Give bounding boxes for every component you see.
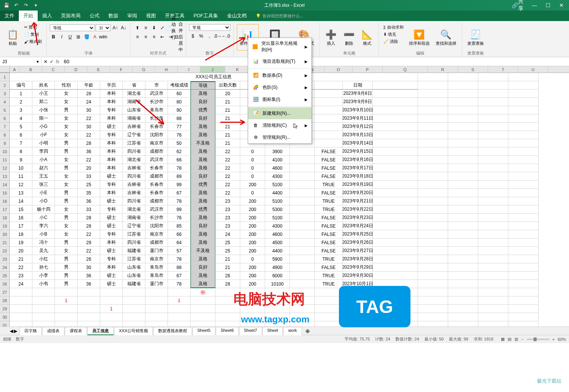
cell[interactable]: 及格	[191, 131, 215, 139]
cell[interactable]: 良好	[191, 98, 215, 106]
cell[interactable]: FALSE	[315, 164, 343, 172]
cell[interactable]: 男	[55, 106, 78, 114]
menu-highlight-rules[interactable]: 🟧突出显示单元格规则(H)▶	[248, 38, 311, 55]
cell[interactable]: 青岛市	[145, 272, 168, 280]
cell[interactable]: 22	[78, 114, 100, 123]
cell[interactable]	[478, 81, 508, 90]
cell[interactable]	[373, 164, 418, 172]
row-header-26[interactable]: 26	[0, 280, 10, 288]
cell[interactable]	[478, 255, 508, 263]
comma-icon[interactable]: ,	[206, 32, 213, 40]
cell[interactable]: 2023年9月17日	[343, 164, 373, 172]
cell[interactable]: 21	[215, 114, 240, 123]
cell[interactable]: 专科	[100, 230, 123, 239]
cell[interactable]	[123, 313, 145, 321]
cell[interactable]: 20	[78, 164, 100, 172]
cell[interactable]: 辽宁省	[123, 131, 145, 139]
cell[interactable]: 长春市	[145, 123, 168, 131]
cell[interactable]: 厦门市	[145, 247, 168, 255]
cell[interactable]	[478, 98, 508, 106]
cell[interactable]	[508, 106, 538, 114]
cell[interactable]: 89	[168, 172, 191, 181]
cell[interactable]	[508, 305, 538, 313]
cell[interactable]: 3900	[265, 147, 290, 156]
col-header-U[interactable]: U	[518, 66, 548, 73]
cell[interactable]: 13	[10, 189, 32, 197]
cell[interactable]: 85	[168, 222, 191, 230]
cell[interactable]	[100, 296, 123, 305]
cell[interactable]	[240, 305, 265, 313]
cell[interactable]: 1	[168, 296, 191, 305]
cell[interactable]: 7	[10, 139, 32, 147]
cell[interactable]	[418, 73, 448, 81]
cell[interactable]	[478, 156, 508, 164]
cell[interactable]: 小E	[32, 189, 55, 197]
cell[interactable]	[418, 263, 448, 272]
cell[interactable]	[508, 239, 538, 247]
cell[interactable]: 6	[10, 131, 32, 139]
cell[interactable]	[290, 197, 315, 205]
cell[interactable]: 武汉市	[145, 205, 168, 214]
cell[interactable]	[343, 305, 373, 313]
cell[interactable]	[215, 321, 240, 327]
cell[interactable]: TRUE	[315, 272, 343, 280]
menu-clear-rules[interactable]: 🗑清除规则(C)▶	[248, 119, 311, 131]
cell[interactable]	[78, 313, 100, 321]
cell[interactable]: 沈阳市	[145, 131, 168, 139]
cell[interactable]	[478, 131, 508, 139]
cell[interactable]: 四川省	[123, 239, 145, 247]
align-top-icon[interactable]: ⬆	[134, 24, 141, 32]
cell[interactable]	[78, 305, 100, 313]
cell[interactable]	[373, 123, 418, 131]
cell[interactable]: 成都市	[145, 239, 168, 247]
cell[interactable]	[78, 296, 100, 305]
cell[interactable]: 88	[168, 263, 191, 272]
cell[interactable]: 女	[55, 90, 78, 98]
cell[interactable]: FALSE	[315, 230, 343, 239]
cell[interactable]: 山东省	[123, 263, 145, 272]
cell[interactable]: 22	[10, 263, 32, 272]
tab-data[interactable]: 数据	[104, 11, 123, 21]
cell[interactable]: 武汉市	[145, 156, 168, 164]
cell[interactable]: 5300	[265, 205, 290, 214]
cell[interactable]: 12	[10, 181, 32, 189]
cell[interactable]	[418, 197, 448, 205]
row-header-7[interactable]: 7	[0, 123, 10, 131]
cell[interactable]	[448, 114, 478, 123]
currency-icon[interactable]: $	[189, 32, 197, 40]
increase-decimal-icon[interactable]: .0→	[214, 32, 221, 40]
tell-me-search[interactable]: 💡 告诉我您想要做什么...	[256, 13, 303, 19]
cell[interactable]	[478, 263, 508, 272]
cell[interactable]	[478, 296, 508, 305]
cell[interactable]	[373, 263, 418, 272]
cell[interactable]: 女	[55, 230, 78, 239]
cell[interactable]	[343, 321, 373, 327]
cell[interactable]: 2023年9月14日	[343, 139, 373, 147]
cell[interactable]: 22	[78, 131, 100, 139]
cell[interactable]: 男	[55, 272, 78, 280]
table-header[interactable]: 学历	[100, 81, 123, 90]
cell[interactable]: 湖北省	[123, 205, 145, 214]
delete-cells-button[interactable]: ➖删除	[341, 24, 357, 50]
select-all-corner[interactable]	[0, 66, 10, 73]
cell[interactable]	[478, 214, 508, 222]
row-header-14[interactable]: 14	[0, 181, 10, 189]
tab-view[interactable]: 视图	[142, 11, 160, 21]
cell[interactable]: 60	[168, 90, 191, 98]
cell[interactable]: 吉林省	[123, 181, 145, 189]
cell[interactable]: 辽宁省	[123, 222, 145, 230]
cell[interactable]	[290, 164, 315, 172]
cell[interactable]: 4500	[265, 239, 290, 247]
tab-pdf[interactable]: PDF工具集	[189, 11, 223, 21]
cell[interactable]	[290, 313, 315, 321]
cell[interactable]: 四川省	[123, 147, 145, 156]
cell[interactable]: FALSE	[315, 239, 343, 247]
cell[interactable]: 1	[55, 296, 78, 305]
cell[interactable]: 吉林省	[123, 164, 145, 172]
cell[interactable]: 16	[10, 214, 32, 222]
cell[interactable]: 及格	[191, 272, 215, 280]
cell[interactable]	[448, 313, 478, 321]
cell[interactable]	[123, 288, 145, 296]
sheet-tab[interactable]: work	[283, 327, 302, 335]
cell[interactable]: 24	[78, 98, 100, 106]
